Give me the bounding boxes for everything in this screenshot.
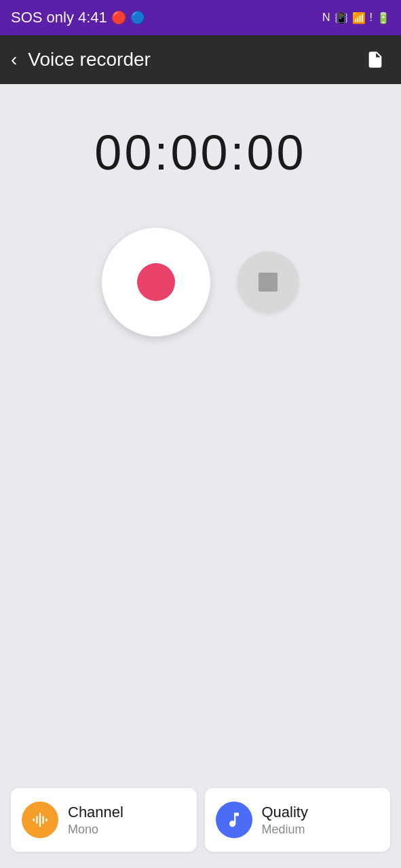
music-file-icon (366, 50, 385, 69)
record-button[interactable] (102, 228, 210, 336)
stop-button[interactable] (237, 252, 299, 313)
app-bar: ‹ Voice recorder (0, 35, 401, 84)
status-time: 4:41 (78, 9, 107, 26)
quality-subtitle: Medium (262, 823, 308, 837)
nfc-icon: N (322, 12, 330, 24)
status-carrier-time: SOS only (11, 9, 74, 26)
quality-title: Quality (262, 804, 308, 821)
emoji-icon: 🔵 (130, 10, 145, 25)
music-note-icon (225, 810, 244, 829)
content-wrapper: 00:00:00 (0, 84, 401, 868)
channel-card-text: Channel Mono (68, 804, 123, 837)
channel-title: Channel (68, 804, 123, 821)
wifi-icon: 📶 (352, 12, 366, 24)
quality-icon-circle (216, 802, 252, 838)
alert-icon: ! (370, 12, 373, 24)
svg-point-0 (371, 62, 375, 66)
recordings-button[interactable] (360, 45, 390, 75)
app-bar-title: Voice recorder (28, 49, 349, 71)
quality-card[interactable]: Quality Medium (205, 788, 391, 852)
back-button[interactable]: ‹ (11, 50, 17, 69)
vibrate-icon: 📳 (335, 12, 348, 24)
waveform-icon (31, 810, 50, 829)
quality-card-text: Quality Medium (262, 804, 308, 837)
sim-icon: 🔴 (111, 10, 126, 25)
status-bar-left: SOS only 4:41 🔴 🔵 (11, 9, 145, 26)
channel-subtitle: Mono (68, 823, 123, 837)
controls-row (102, 228, 299, 336)
record-dot-icon (137, 263, 175, 301)
timer-display: 00:00:00 (94, 125, 306, 180)
bottom-cards: Channel Mono Quality Medium (0, 777, 401, 868)
channel-card[interactable]: Channel Mono (11, 788, 197, 852)
stop-square-icon (259, 273, 278, 292)
battery-icon: 🔋 (377, 12, 390, 24)
status-icons-right: N 📳 📶 ! 🔋 (322, 12, 390, 24)
channel-icon-circle (22, 802, 58, 838)
status-bar: SOS only 4:41 🔴 🔵 N 📳 📶 ! 🔋 (0, 0, 401, 35)
main-content: 00:00:00 (94, 84, 306, 868)
